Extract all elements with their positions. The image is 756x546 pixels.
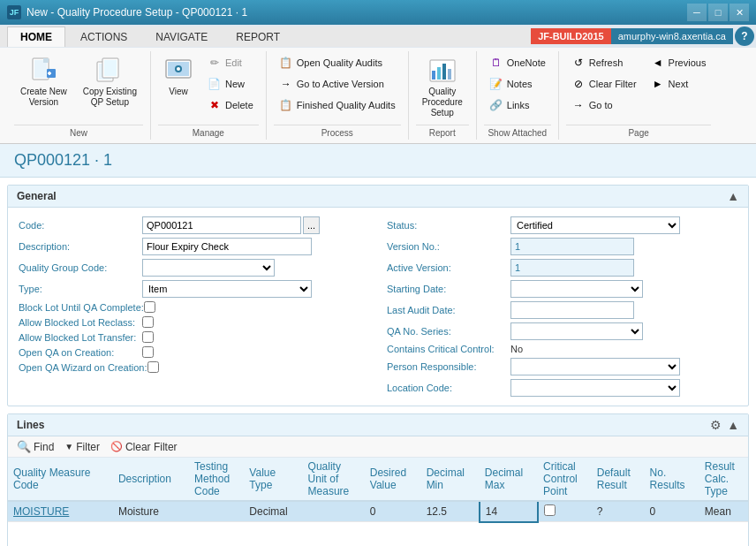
lines-toolbar: 🔍 Find ▼ Filter 🚫 Clear Filter (8, 436, 748, 458)
tab-actions[interactable]: ACTIONS (67, 27, 140, 47)
goto-button[interactable]: → Go to (566, 95, 642, 115)
code-ellipsis-button[interactable]: ... (303, 216, 320, 234)
close-button[interactable]: ✕ (730, 4, 749, 21)
quality-group-value (142, 259, 369, 277)
lines-clear-filter-icon: 🚫 (110, 441, 123, 452)
location-code-select[interactable] (510, 379, 680, 397)
next-icon: ► (651, 77, 665, 91)
next-button[interactable]: ► Next (646, 74, 712, 94)
last-audit-input[interactable] (510, 301, 634, 319)
starting-date-value (510, 280, 737, 298)
cell-decimal-max[interactable]: 14 (480, 501, 538, 522)
allow-transfer-label: Allow Blocked Lot Transfer: (19, 332, 142, 343)
refresh-button[interactable]: ↺ Refresh (566, 53, 642, 72)
view-label: View (169, 87, 188, 97)
col-no-results: No.Results (645, 458, 699, 501)
general-collapse-icon[interactable]: ▲ (727, 189, 739, 203)
help-button[interactable]: ? (735, 27, 754, 46)
open-qa-wizard-checkbox[interactable] (147, 361, 159, 373)
env-badge: JF-BUILD2015 (531, 28, 611, 44)
new-manage-button[interactable]: 📄 New (202, 74, 259, 94)
svg-rect-15 (432, 71, 435, 80)
onenote-button[interactable]: 🗒 OneNote (484, 53, 551, 72)
cell-quality-measure-code[interactable]: MOISTURE (8, 501, 113, 522)
svg-rect-18 (448, 69, 451, 80)
copy-existing-button[interactable]: Copy ExistingQP Setup (77, 53, 143, 111)
type-select[interactable]: Item (142, 280, 312, 298)
open-qa-wizard-label: Open QA Wizard on Creation: (19, 362, 147, 373)
code-field-row: Code: ... (19, 215, 369, 236)
description-input[interactable] (142, 238, 312, 255)
quality-procedure-button[interactable]: QualityProcedureSetup (416, 53, 469, 122)
main-content: QP000121 · 1 General ▲ Code: ... Des (0, 144, 756, 546)
delete-button[interactable]: ✖ Delete (202, 95, 259, 115)
find-label: Find (34, 441, 54, 453)
col-quality-uom: QualityUnit ofMeasure (303, 458, 365, 501)
lines-clear-filter-button[interactable]: 🚫 Clear Filter (110, 441, 178, 453)
status-value: Certified (510, 216, 737, 234)
col-desired-value: DesiredValue (365, 458, 421, 501)
onenote-icon: 🗒 (489, 56, 503, 70)
cell-decimal-min: 12.5 (421, 501, 480, 522)
quality-group-select[interactable] (142, 259, 275, 277)
minimize-button[interactable]: ─ (687, 4, 707, 21)
block-lot-label: Block Lot Until QA Complete: (19, 302, 144, 313)
tab-report[interactable]: REPORT (223, 27, 293, 47)
cell-value-type: Decimal (244, 501, 302, 522)
lines-settings-icon[interactable]: ⚙ (710, 418, 722, 432)
open-qa-wizard-value (147, 361, 369, 373)
title-bar: JF New - Quality Procedure Setup - QP000… (0, 0, 756, 25)
edit-button[interactable]: ✏ Edit (202, 53, 259, 72)
quality-procedure-label: QualityProcedureSetup (422, 87, 463, 118)
svg-point-13 (177, 67, 180, 71)
version-no-input[interactable] (510, 238, 634, 255)
critical-control-checkbox[interactable] (544, 504, 556, 516)
starting-date-field-row: Starting Date: (387, 278, 737, 300)
open-audits-button[interactable]: 📋 Open Quality Audits (274, 53, 401, 72)
table-row-empty (8, 522, 748, 547)
links-button[interactable]: 🔗 Links (484, 95, 551, 115)
ribbon-group-report: QualityProcedureSetup Report (409, 51, 477, 140)
maximize-button[interactable]: □ (708, 4, 728, 21)
open-audits-label: Open Quality Audits (297, 57, 382, 68)
block-lot-checkbox[interactable] (144, 301, 155, 313)
finished-audits-button[interactable]: 📋 Finished Quality Audits (274, 95, 401, 115)
person-responsible-select[interactable] (510, 358, 680, 375)
view-button[interactable]: View (158, 53, 199, 101)
create-new-version-button[interactable]: Create NewVersion (14, 53, 73, 111)
tab-home[interactable]: HOME (7, 27, 65, 47)
qa-series-select[interactable] (510, 322, 643, 340)
open-qa-value (142, 346, 369, 358)
tab-navigate[interactable]: NAVIGATE (142, 27, 221, 47)
code-input[interactable] (142, 216, 301, 234)
notes-button[interactable]: 📝 Notes (484, 74, 551, 94)
delete-label: Delete (225, 100, 253, 110)
go-active-label: Go to Active Version (297, 79, 384, 89)
clear-filter-button[interactable]: ⊘ Clear Filter (566, 74, 642, 94)
starting-date-label: Starting Date: (387, 284, 510, 294)
lines-header-row: Quality MeasureCode Description TestingM… (8, 458, 748, 501)
lines-collapse-icon[interactable]: ▲ (727, 418, 739, 432)
allow-transfer-checkbox[interactable] (142, 331, 154, 343)
cell-quality-uom (303, 501, 365, 522)
open-qa-checkbox[interactable] (142, 346, 154, 358)
go-active-button[interactable]: → Go to Active Version (274, 74, 401, 94)
table-row[interactable]: MOISTURE Moisture Decimal 0 12.5 14 ? 0 … (8, 501, 748, 522)
window-controls[interactable]: ─ □ ✕ (687, 4, 749, 21)
previous-button[interactable]: ◄ Previous (646, 53, 712, 72)
filter-button[interactable]: ▼ Filter (64, 441, 100, 453)
lines-header: Lines ⚙ ▲ (8, 414, 748, 436)
copy-existing-icon (95, 57, 124, 85)
report-group-items: QualityProcedureSetup (416, 53, 469, 122)
starting-date-select[interactable] (510, 280, 643, 298)
version-no-value (510, 238, 737, 255)
find-icon: 🔍 (17, 440, 31, 453)
col-quality-measure-code: Quality MeasureCode (8, 458, 113, 501)
allow-reclass-checkbox[interactable] (142, 316, 154, 328)
type-value: Item (142, 280, 369, 298)
edit-icon: ✏ (208, 56, 222, 70)
active-version-input[interactable] (510, 259, 634, 277)
find-button[interactable]: 🔍 Find (17, 440, 54, 453)
general-section-header[interactable]: General ▲ (8, 186, 748, 208)
status-select[interactable]: Certified (510, 216, 680, 234)
